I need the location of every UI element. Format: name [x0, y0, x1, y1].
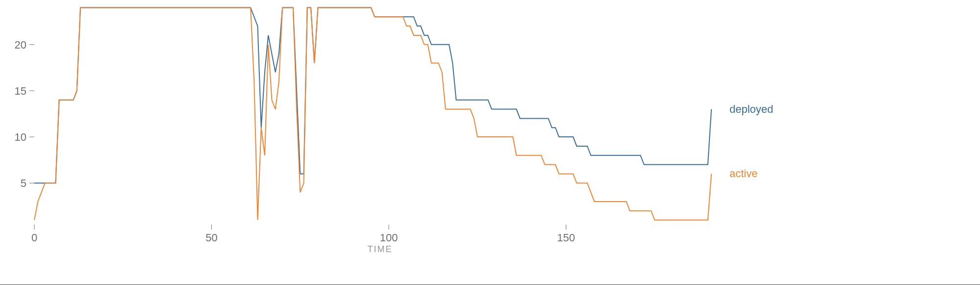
x-tick-label: 50: [205, 232, 217, 244]
series-label-active: active: [729, 167, 757, 180]
series-deployed: [34, 7, 711, 183]
series-label-deployed: deployed: [729, 103, 773, 115]
x-tick-label: 100: [380, 232, 398, 244]
series-active: [34, 7, 711, 220]
x-tick-label: 0: [31, 232, 37, 244]
y-tick-label: 5: [21, 177, 26, 189]
x-axis-label: TIME: [368, 244, 393, 254]
line-chart: 5101520050100150TIMEdeployedactive: [0, 0, 980, 285]
y-tick-label: 15: [15, 85, 26, 97]
y-tick-label: 10: [15, 131, 26, 143]
x-tick-label: 150: [557, 232, 575, 244]
y-tick-label: 20: [15, 39, 26, 51]
chart-container: 5101520050100150TIMEdeployedactive: [0, 0, 980, 285]
